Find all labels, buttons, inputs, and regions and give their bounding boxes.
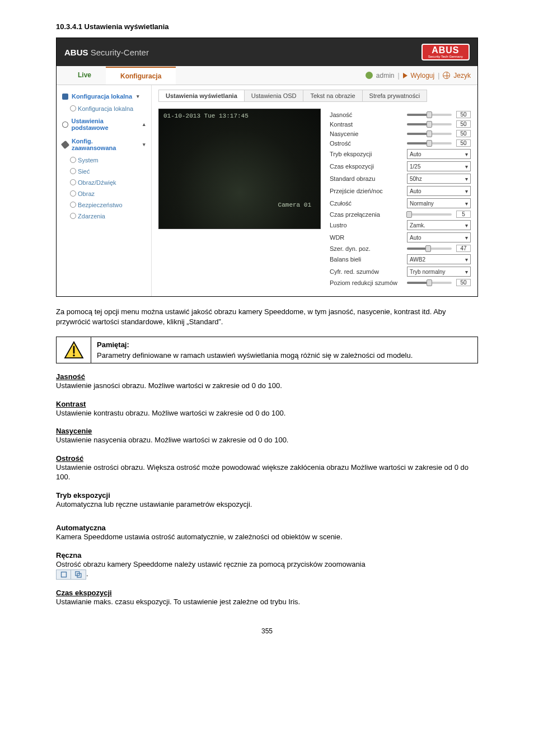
mirror-select[interactable]: Zamk.▾ — [407, 220, 471, 230]
daynight-select[interactable]: Auto▾ — [407, 186, 471, 196]
content-area: Ustawienia wyświetlania Ustawienia OSD T… — [152, 85, 477, 296]
tab-text-overlay[interactable]: Tekst na obrazie — [303, 90, 362, 101]
tab-live[interactable]: Live — [63, 67, 106, 85]
dnr-select[interactable]: Tryb normalny▾ — [407, 267, 471, 277]
def-body-exposure-time: Ustawianie maks. czasu ekspozycji. To us… — [56, 597, 478, 607]
zoom-buttons[interactable] — [56, 570, 86, 580]
value: 50hz — [410, 176, 422, 182]
sidebar-advanced-config[interactable]: Konfig. zaawansowana ▾ — [57, 134, 151, 155]
chevron-down-icon: ▾ — [465, 200, 468, 207]
tab-privacy-zone[interactable]: Strefa prywatności — [363, 90, 427, 101]
chevron-down-icon: ▾ — [465, 256, 468, 263]
tab-display-settings[interactable]: Ustawienia wyświetlania — [159, 90, 245, 101]
white-balance-select[interactable]: AWB2▾ — [407, 254, 471, 264]
bullet-icon — [70, 168, 76, 174]
intro-paragraph: Za pomocą tej opcji menu można ustawić j… — [56, 307, 478, 326]
param-wdr-range: Szer. dyn. poz. 47 — [330, 245, 471, 252]
switch-time-value[interactable]: 5 — [456, 211, 471, 218]
app-header-bar: ABUS Security-Center ABUS Security Tech … — [57, 38, 477, 66]
brand: Security-Center — [91, 48, 149, 57]
param-label: Ostrość — [330, 140, 402, 147]
sidebar-item-image[interactable]: Obraz — [57, 188, 151, 199]
wdr-select[interactable]: Auto▾ — [407, 232, 471, 242]
chevron-down-icon: ▾ — [465, 188, 468, 194]
chevron-down-icon: ▾ — [465, 235, 468, 241]
sidebar-item-network[interactable]: Sieć — [57, 166, 151, 177]
wdr-range-value[interactable]: 47 — [456, 245, 471, 252]
param-label: Poziom redukcji szumów — [330, 279, 402, 286]
value: Auto — [410, 235, 421, 241]
zoom-in-icon[interactable] — [71, 570, 86, 579]
sidebar-item-local[interactable]: Konfiguracja lokalna — [57, 103, 151, 114]
label: Ustawienia podstawowe — [72, 118, 139, 131]
contrast-value[interactable]: 50 — [456, 120, 471, 128]
param-label: Balans bieli — [330, 256, 402, 263]
note-heading: Pamiętaj: — [97, 340, 472, 349]
param-exposure-time: Czas ekspozycji 1/25▾ — [330, 161, 471, 171]
saturation-value[interactable]: 50 — [456, 130, 471, 137]
section-heading: 10.3.4.1 Ustawienia wyświetlania — [56, 22, 478, 31]
tab-configuration[interactable]: Konfiguracja — [106, 67, 176, 85]
sidebar-item-system[interactable]: System — [57, 155, 151, 166]
saturation-slider[interactable] — [407, 133, 452, 135]
gear-icon — [62, 122, 68, 128]
note-text: Pamiętaj: Parametry definiowane w ramach… — [91, 337, 477, 363]
zoom-out-icon[interactable] — [57, 570, 71, 579]
sidebar-basic-settings[interactable]: Ustawienia podstawowe ▴ — [57, 114, 151, 134]
bullet-icon — [70, 179, 76, 185]
separator: | — [438, 72, 439, 80]
def-body-sharpness: Ustawienie ostrości obrazu. Większa ostr… — [56, 463, 478, 482]
preview-camera-name: Camera 01 — [278, 202, 311, 208]
svg-point-2 — [73, 354, 75, 357]
value: Tryb normalny — [410, 269, 446, 275]
sharpness-value[interactable]: 50 — [456, 139, 471, 147]
label: Konfig. zaawansowana — [72, 138, 138, 151]
logout-link[interactable]: Wyloguj — [411, 72, 435, 80]
exposure-time-select[interactable]: 1/25▾ — [407, 161, 471, 171]
param-mirror: Lustro Zamk.▾ — [330, 220, 471, 230]
param-label: Cyfr. red. szumów — [330, 268, 402, 275]
param-label: Szer. dyn. poz. — [330, 245, 402, 252]
username: admin — [376, 72, 395, 80]
value: AWB2 — [410, 256, 425, 263]
value: Auto — [410, 151, 421, 157]
brightness-value[interactable]: 50 — [456, 111, 471, 118]
sidebar-item-security[interactable]: Bezpieczeństwo — [57, 199, 151, 211]
sensitivity-select[interactable]: Normalny▾ — [407, 198, 471, 208]
tab-osd-settings[interactable]: Ustawienia OSD — [245, 90, 304, 101]
note-box: Pamiętaj: Parametry definiowane w ramach… — [56, 337, 478, 363]
param-label: WDR — [330, 234, 402, 241]
content-tab-bar: Ustawienia wyświetlania Ustawienia OSD T… — [158, 90, 427, 102]
chevron-down-icon: ▾ — [465, 151, 468, 157]
abus-logo: ABUS Security Tech Germany — [421, 44, 470, 60]
globe-icon — [443, 72, 450, 79]
noise-level-slider[interactable] — [407, 282, 452, 284]
param-label: Czas przełączenia — [330, 211, 402, 218]
label: Konfiguracja lokalna — [72, 93, 132, 100]
param-daynight: Przejście dzień/noc Auto▾ — [330, 186, 471, 196]
def-heading-auto: Automatyczna — [56, 524, 478, 532]
sidebar-local-config[interactable]: Konfiguracja lokalna ▾ — [57, 90, 151, 103]
value: Normalny — [410, 200, 434, 207]
sidebar-item-image-audio[interactable]: Obraz/Dźwięk — [57, 177, 151, 188]
noise-level-value[interactable]: 50 — [456, 279, 471, 286]
preview-timestamp: 01-10-2013 Tue 13:17:45 — [163, 113, 249, 119]
exposure-mode-select[interactable]: Auto▾ — [407, 149, 471, 159]
app-screenshot: ABUS Security-Center ABUS Security Tech … — [56, 38, 478, 297]
param-label: Czułość — [330, 200, 402, 207]
sharpness-slider[interactable] — [407, 142, 452, 144]
brightness-slider[interactable] — [407, 114, 452, 116]
param-label: Jasność — [330, 111, 402, 118]
param-white-balance: Balans bieli AWB2▾ — [330, 254, 471, 264]
language-link[interactable]: Jezyk — [453, 72, 471, 80]
image-standard-select[interactable]: 50hz▾ — [407, 174, 471, 184]
value: Auto — [410, 188, 421, 194]
warning-triangle-icon — [64, 341, 84, 359]
wdr-range-slider[interactable] — [407, 248, 452, 250]
def-body-auto: Kamera Speeddome ustawia ostrość automat… — [56, 532, 478, 542]
contrast-slider[interactable] — [407, 123, 452, 125]
sidebar-item-events[interactable]: Zdarzenia — [57, 211, 151, 222]
switch-time-slider[interactable] — [407, 213, 452, 216]
chevron-down-icon: ▾ — [465, 176, 468, 182]
param-label: Czas ekspozycji — [330, 163, 402, 170]
